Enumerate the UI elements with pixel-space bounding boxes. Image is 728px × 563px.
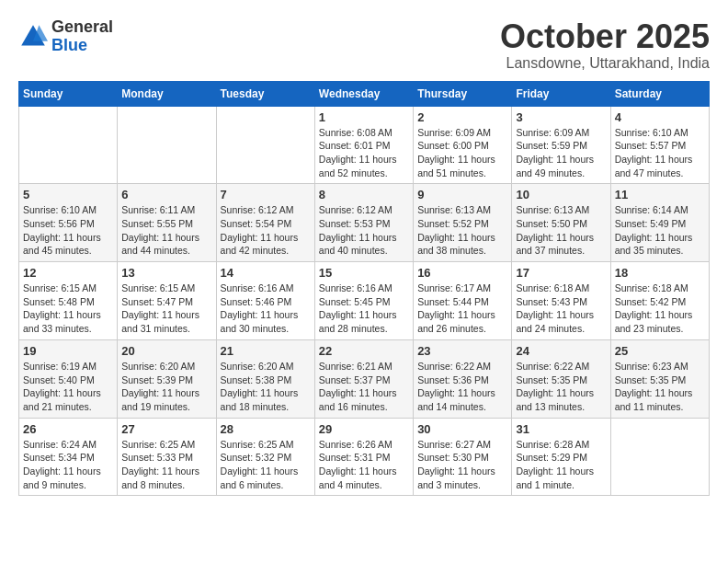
day-info: Sunrise: 6:25 AM Sunset: 5:33 PM Dayligh… <box>121 438 211 492</box>
day-info: Sunrise: 6:15 AM Sunset: 5:47 PM Dayligh… <box>121 282 211 336</box>
day-info: Sunrise: 6:12 AM Sunset: 5:54 PM Dayligh… <box>221 203 311 258</box>
calendar-cell: 13Sunrise: 6:15 AM Sunset: 5:47 PM Dayli… <box>118 262 216 340</box>
calendar-week-row: 26Sunrise: 6:24 AM Sunset: 5:34 PM Dayli… <box>19 418 710 496</box>
day-number: 14 <box>221 266 311 280</box>
day-info: Sunrise: 6:10 AM Sunset: 5:56 PM Dayligh… <box>23 203 113 258</box>
calendar-cell: 14Sunrise: 6:16 AM Sunset: 5:46 PM Dayli… <box>216 262 314 340</box>
day-info: Sunrise: 6:20 AM Sunset: 5:38 PM Dayligh… <box>221 360 311 414</box>
day-info: Sunrise: 6:16 AM Sunset: 5:45 PM Dayligh… <box>319 282 409 336</box>
day-number: 8 <box>319 188 409 201</box>
day-info: Sunrise: 6:22 AM Sunset: 5:35 PM Dayligh… <box>516 360 606 414</box>
day-info: Sunrise: 6:24 AM Sunset: 5:34 PM Dayligh… <box>23 438 113 492</box>
calendar-cell <box>118 106 216 184</box>
day-number: 18 <box>615 266 705 280</box>
day-number: 10 <box>516 188 606 201</box>
day-info: Sunrise: 6:21 AM Sunset: 5:37 PM Dayligh… <box>319 360 409 414</box>
day-info: Sunrise: 6:19 AM Sunset: 5:40 PM Dayligh… <box>23 360 113 414</box>
day-number: 11 <box>615 188 705 201</box>
day-number: 13 <box>121 266 211 280</box>
day-number: 17 <box>516 266 606 280</box>
day-info: Sunrise: 6:11 AM Sunset: 5:55 PM Dayligh… <box>121 203 211 258</box>
day-number: 3 <box>516 110 606 124</box>
day-info: Sunrise: 6:09 AM Sunset: 5:59 PM Dayligh… <box>516 126 606 180</box>
calendar-cell: 29Sunrise: 6:26 AM Sunset: 5:31 PM Dayli… <box>314 418 413 496</box>
logo-general-text: General <box>51 18 113 37</box>
page-header: General Blue October 2025 Lansdowne, Utt… <box>18 18 710 72</box>
day-info: Sunrise: 6:26 AM Sunset: 5:31 PM Dayligh… <box>319 438 409 492</box>
day-number: 26 <box>23 422 113 436</box>
calendar-cell: 25Sunrise: 6:23 AM Sunset: 5:35 PM Dayli… <box>610 339 709 418</box>
calendar-cell: 6Sunrise: 6:11 AM Sunset: 5:55 PM Daylig… <box>118 184 216 262</box>
day-info: Sunrise: 6:28 AM Sunset: 5:29 PM Dayligh… <box>516 438 606 492</box>
calendar-cell <box>19 106 118 184</box>
calendar-cell: 23Sunrise: 6:22 AM Sunset: 5:36 PM Dayli… <box>414 339 512 418</box>
day-number: 29 <box>319 422 409 436</box>
calendar-cell <box>216 106 314 184</box>
calendar-cell: 9Sunrise: 6:13 AM Sunset: 5:52 PM Daylig… <box>414 184 512 262</box>
day-number: 24 <box>516 344 606 358</box>
location: Lansdowne, Uttarakhand, India <box>500 55 710 72</box>
calendar-cell: 19Sunrise: 6:19 AM Sunset: 5:40 PM Dayli… <box>19 339 118 418</box>
calendar-cell: 3Sunrise: 6:09 AM Sunset: 5:59 PM Daylig… <box>512 106 610 184</box>
calendar-header-row: SundayMondayTuesdayWednesdayThursdayFrid… <box>19 81 710 106</box>
calendar-cell: 22Sunrise: 6:21 AM Sunset: 5:37 PM Dayli… <box>314 339 413 418</box>
day-info: Sunrise: 6:25 AM Sunset: 5:32 PM Dayligh… <box>221 438 311 492</box>
calendar-week-row: 19Sunrise: 6:19 AM Sunset: 5:40 PM Dayli… <box>19 339 710 418</box>
day-number: 6 <box>121 188 211 201</box>
weekday-header: Friday <box>512 81 610 106</box>
calendar-table: SundayMondayTuesdayWednesdayThursdayFrid… <box>18 81 710 497</box>
day-number: 20 <box>121 344 211 358</box>
day-info: Sunrise: 6:08 AM Sunset: 6:01 PM Dayligh… <box>319 126 409 180</box>
calendar-cell: 28Sunrise: 6:25 AM Sunset: 5:32 PM Dayli… <box>216 418 314 496</box>
day-number: 21 <box>221 344 311 358</box>
title-block: October 2025 Lansdowne, Uttarakhand, Ind… <box>500 18 710 72</box>
day-number: 5 <box>23 188 113 201</box>
calendar-cell: 18Sunrise: 6:18 AM Sunset: 5:42 PM Dayli… <box>610 262 709 340</box>
calendar-cell: 8Sunrise: 6:12 AM Sunset: 5:53 PM Daylig… <box>314 184 413 262</box>
calendar-cell: 21Sunrise: 6:20 AM Sunset: 5:38 PM Dayli… <box>216 339 314 418</box>
calendar-cell: 7Sunrise: 6:12 AM Sunset: 5:54 PM Daylig… <box>216 184 314 262</box>
calendar-cell: 10Sunrise: 6:13 AM Sunset: 5:50 PM Dayli… <box>512 184 610 262</box>
calendar-week-row: 5Sunrise: 6:10 AM Sunset: 5:56 PM Daylig… <box>19 184 710 262</box>
calendar-cell: 31Sunrise: 6:28 AM Sunset: 5:29 PM Dayli… <box>512 418 610 496</box>
day-number: 9 <box>417 188 507 201</box>
calendar-cell: 1Sunrise: 6:08 AM Sunset: 6:01 PM Daylig… <box>314 106 413 184</box>
day-number: 2 <box>417 110 507 124</box>
calendar-cell <box>610 418 709 496</box>
calendar-cell: 27Sunrise: 6:25 AM Sunset: 5:33 PM Dayli… <box>118 418 216 496</box>
day-info: Sunrise: 6:17 AM Sunset: 5:44 PM Dayligh… <box>417 282 507 336</box>
calendar-cell: 20Sunrise: 6:20 AM Sunset: 5:39 PM Dayli… <box>118 339 216 418</box>
day-number: 27 <box>121 422 211 436</box>
month-title: October 2025 <box>500 18 710 55</box>
day-number: 4 <box>615 110 705 124</box>
day-info: Sunrise: 6:22 AM Sunset: 5:36 PM Dayligh… <box>417 360 507 414</box>
calendar-cell: 12Sunrise: 6:15 AM Sunset: 5:48 PM Dayli… <box>19 262 118 340</box>
weekday-header: Thursday <box>414 81 512 106</box>
day-info: Sunrise: 6:13 AM Sunset: 5:50 PM Dayligh… <box>516 203 606 258</box>
weekday-header: Tuesday <box>216 81 314 106</box>
calendar-cell: 4Sunrise: 6:10 AM Sunset: 5:57 PM Daylig… <box>610 106 709 184</box>
calendar-cell: 17Sunrise: 6:18 AM Sunset: 5:43 PM Dayli… <box>512 262 610 340</box>
day-info: Sunrise: 6:16 AM Sunset: 5:46 PM Dayligh… <box>221 282 311 336</box>
day-info: Sunrise: 6:18 AM Sunset: 5:42 PM Dayligh… <box>615 282 705 336</box>
day-number: 22 <box>319 344 409 358</box>
calendar-week-row: 1Sunrise: 6:08 AM Sunset: 6:01 PM Daylig… <box>19 106 710 184</box>
calendar-week-row: 12Sunrise: 6:15 AM Sunset: 5:48 PM Dayli… <box>19 262 710 340</box>
day-info: Sunrise: 6:14 AM Sunset: 5:49 PM Dayligh… <box>615 203 705 258</box>
logo-blue-text: Blue <box>51 37 113 55</box>
day-info: Sunrise: 6:15 AM Sunset: 5:48 PM Dayligh… <box>23 282 113 336</box>
logo-icon <box>18 22 48 52</box>
day-info: Sunrise: 6:27 AM Sunset: 5:30 PM Dayligh… <box>417 438 507 492</box>
weekday-header: Monday <box>118 81 216 106</box>
calendar-cell: 26Sunrise: 6:24 AM Sunset: 5:34 PM Dayli… <box>19 418 118 496</box>
day-info: Sunrise: 6:13 AM Sunset: 5:52 PM Dayligh… <box>417 203 507 258</box>
calendar-cell: 2Sunrise: 6:09 AM Sunset: 6:00 PM Daylig… <box>414 106 512 184</box>
day-number: 25 <box>615 344 705 358</box>
day-number: 28 <box>221 422 311 436</box>
weekday-header: Wednesday <box>314 81 413 106</box>
calendar-cell: 16Sunrise: 6:17 AM Sunset: 5:44 PM Dayli… <box>414 262 512 340</box>
day-info: Sunrise: 6:18 AM Sunset: 5:43 PM Dayligh… <box>516 282 606 336</box>
calendar-cell: 11Sunrise: 6:14 AM Sunset: 5:49 PM Dayli… <box>610 184 709 262</box>
logo: General Blue <box>18 18 113 55</box>
day-number: 31 <box>516 422 606 436</box>
